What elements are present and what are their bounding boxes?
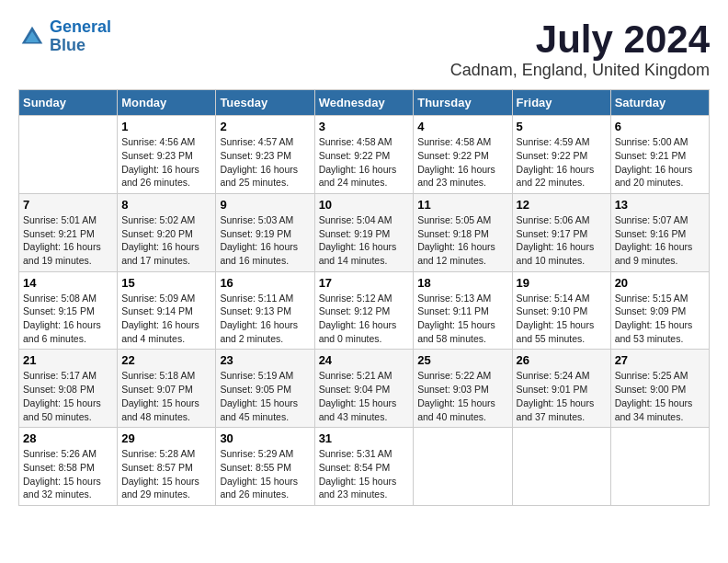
cell-content: Sunrise: 5:12 AMSunset: 9:12 PMDaylight:… xyxy=(319,292,410,346)
page-header: General Blue July 2024 Cadnam, England, … xyxy=(18,18,710,80)
logo-general: General xyxy=(50,17,111,36)
calendar-week-1: 1Sunrise: 4:56 AMSunset: 9:23 PMDaylight… xyxy=(19,116,710,194)
day-number: 12 xyxy=(517,198,607,212)
day-number: 31 xyxy=(319,431,410,445)
calendar-cell: 4Sunrise: 4:58 AMSunset: 9:22 PMDaylight… xyxy=(414,116,512,194)
cell-content: Sunrise: 5:17 AMSunset: 9:08 PMDaylight:… xyxy=(23,369,113,423)
cell-content: Sunrise: 5:13 AMSunset: 9:11 PMDaylight:… xyxy=(417,292,507,346)
calendar-cell: 27Sunrise: 5:25 AMSunset: 9:00 PMDayligh… xyxy=(610,350,709,428)
cell-content: Sunrise: 5:29 AMSunset: 8:55 PMDaylight:… xyxy=(220,447,310,501)
month-title: July 2024 xyxy=(450,18,710,61)
calendar-cell: 19Sunrise: 5:14 AMSunset: 9:10 PMDayligh… xyxy=(512,271,610,350)
day-number: 14 xyxy=(23,276,113,290)
calendar-cell: 26Sunrise: 5:24 AMSunset: 9:01 PMDayligh… xyxy=(512,350,610,428)
calendar-cell xyxy=(610,428,709,506)
day-number: 7 xyxy=(23,198,113,212)
day-number: 10 xyxy=(319,198,410,212)
calendar-week-2: 7Sunrise: 5:01 AMSunset: 9:21 PMDaylight… xyxy=(19,193,710,271)
cell-content: Sunrise: 5:31 AMSunset: 8:54 PMDaylight:… xyxy=(319,447,410,501)
calendar-cell: 30Sunrise: 5:29 AMSunset: 8:55 PMDayligh… xyxy=(216,428,314,506)
day-number: 28 xyxy=(23,431,113,445)
cell-content: Sunrise: 5:24 AMSunset: 9:01 PMDaylight:… xyxy=(517,369,607,423)
day-number: 23 xyxy=(220,353,310,367)
cell-content: Sunrise: 5:04 AMSunset: 9:19 PMDaylight:… xyxy=(319,213,410,268)
cell-content: Sunrise: 5:03 AMSunset: 9:19 PMDaylight:… xyxy=(220,213,310,268)
day-number: 17 xyxy=(319,276,410,290)
day-number: 30 xyxy=(220,431,310,445)
calendar-cell: 29Sunrise: 5:28 AMSunset: 8:57 PMDayligh… xyxy=(118,428,216,506)
cell-content: Sunrise: 5:18 AMSunset: 9:07 PMDaylight:… xyxy=(121,369,211,423)
day-number: 9 xyxy=(220,198,310,212)
calendar-cell: 6Sunrise: 5:00 AMSunset: 9:21 PMDaylight… xyxy=(610,116,709,194)
day-number: 21 xyxy=(23,353,113,367)
day-number: 5 xyxy=(517,120,607,133)
calendar-cell: 11Sunrise: 5:05 AMSunset: 9:18 PMDayligh… xyxy=(414,193,512,271)
calendar-cell: 10Sunrise: 5:04 AMSunset: 9:19 PMDayligh… xyxy=(314,193,414,271)
day-number: 11 xyxy=(417,198,507,212)
title-section: July 2024 Cadnam, England, United Kingdo… xyxy=(450,18,710,80)
calendar-cell: 31Sunrise: 5:31 AMSunset: 8:54 PMDayligh… xyxy=(314,428,414,506)
day-number: 2 xyxy=(220,120,310,133)
cell-content: Sunrise: 5:06 AMSunset: 9:17 PMDaylight:… xyxy=(517,213,607,268)
logo-text: General Blue xyxy=(50,18,111,55)
cell-content: Sunrise: 5:08 AMSunset: 9:15 PMDaylight:… xyxy=(23,292,113,346)
cell-content: Sunrise: 4:56 AMSunset: 9:23 PMDaylight:… xyxy=(121,135,211,190)
logo-blue: Blue xyxy=(50,36,85,54)
calendar-cell: 7Sunrise: 5:01 AMSunset: 9:21 PMDaylight… xyxy=(19,193,118,271)
cell-content: Sunrise: 5:09 AMSunset: 9:14 PMDaylight:… xyxy=(121,292,211,346)
calendar-cell: 8Sunrise: 5:02 AMSunset: 9:20 PMDaylight… xyxy=(118,193,216,271)
calendar-cell: 18Sunrise: 5:13 AMSunset: 9:11 PMDayligh… xyxy=(414,271,512,350)
day-number: 27 xyxy=(615,353,705,367)
day-number: 25 xyxy=(417,353,507,367)
calendar-cell: 2Sunrise: 4:57 AMSunset: 9:23 PMDaylight… xyxy=(216,116,314,194)
day-number: 4 xyxy=(417,120,507,133)
calendar-cell: 15Sunrise: 5:09 AMSunset: 9:14 PMDayligh… xyxy=(118,271,216,350)
calendar-cell: 20Sunrise: 5:15 AMSunset: 9:09 PMDayligh… xyxy=(610,271,709,350)
calendar-cell: 1Sunrise: 4:56 AMSunset: 9:23 PMDaylight… xyxy=(118,116,216,194)
cell-content: Sunrise: 5:15 AMSunset: 9:09 PMDaylight:… xyxy=(615,292,705,346)
cell-content: Sunrise: 5:22 AMSunset: 9:03 PMDaylight:… xyxy=(417,369,507,423)
calendar-cell: 13Sunrise: 5:07 AMSunset: 9:16 PMDayligh… xyxy=(610,193,709,271)
calendar-cell xyxy=(414,428,512,506)
header-sunday: Sunday xyxy=(19,90,118,116)
day-number: 29 xyxy=(121,431,211,445)
day-number: 18 xyxy=(417,276,507,290)
calendar-week-3: 14Sunrise: 5:08 AMSunset: 9:15 PMDayligh… xyxy=(19,271,710,350)
cell-content: Sunrise: 5:19 AMSunset: 9:05 PMDaylight:… xyxy=(220,369,310,423)
calendar-cell: 5Sunrise: 4:59 AMSunset: 9:22 PMDaylight… xyxy=(512,116,610,194)
cell-content: Sunrise: 4:58 AMSunset: 9:22 PMDaylight:… xyxy=(417,135,507,190)
header-saturday: Saturday xyxy=(610,90,709,116)
header-friday: Friday xyxy=(512,90,610,116)
cell-content: Sunrise: 4:58 AMSunset: 9:22 PMDaylight:… xyxy=(319,135,410,190)
calendar-week-4: 21Sunrise: 5:17 AMSunset: 9:08 PMDayligh… xyxy=(19,350,710,428)
day-number: 13 xyxy=(615,198,705,212)
day-number: 3 xyxy=(319,120,410,133)
day-number: 20 xyxy=(615,276,705,290)
cell-content: Sunrise: 5:21 AMSunset: 9:04 PMDaylight:… xyxy=(319,369,410,423)
cell-content: Sunrise: 5:07 AMSunset: 9:16 PMDaylight:… xyxy=(615,213,705,268)
cell-content: Sunrise: 5:00 AMSunset: 9:21 PMDaylight:… xyxy=(615,135,705,190)
calendar-cell: 16Sunrise: 5:11 AMSunset: 9:13 PMDayligh… xyxy=(216,271,314,350)
cell-content: Sunrise: 5:28 AMSunset: 8:57 PMDaylight:… xyxy=(121,447,211,501)
calendar-cell xyxy=(512,428,610,506)
header-wednesday: Wednesday xyxy=(314,90,414,116)
calendar-cell: 12Sunrise: 5:06 AMSunset: 9:17 PMDayligh… xyxy=(512,193,610,271)
day-number: 8 xyxy=(121,198,211,212)
calendar-cell: 28Sunrise: 5:26 AMSunset: 8:58 PMDayligh… xyxy=(19,428,118,506)
header-thursday: Thursday xyxy=(414,90,512,116)
cell-content: Sunrise: 4:59 AMSunset: 9:22 PMDaylight:… xyxy=(517,135,607,190)
cell-content: Sunrise: 5:05 AMSunset: 9:18 PMDaylight:… xyxy=(417,213,507,268)
header-tuesday: Tuesday xyxy=(216,90,314,116)
calendar-cell: 23Sunrise: 5:19 AMSunset: 9:05 PMDayligh… xyxy=(216,350,314,428)
calendar-week-5: 28Sunrise: 5:26 AMSunset: 8:58 PMDayligh… xyxy=(19,428,710,506)
calendar-cell: 21Sunrise: 5:17 AMSunset: 9:08 PMDayligh… xyxy=(19,350,118,428)
cell-content: Sunrise: 5:11 AMSunset: 9:13 PMDaylight:… xyxy=(220,292,310,346)
day-number: 1 xyxy=(121,120,211,133)
cell-content: Sunrise: 5:01 AMSunset: 9:21 PMDaylight:… xyxy=(23,213,113,268)
day-number: 15 xyxy=(121,276,211,290)
calendar-cell: 14Sunrise: 5:08 AMSunset: 9:15 PMDayligh… xyxy=(19,271,118,350)
day-number: 24 xyxy=(319,353,410,367)
day-number: 19 xyxy=(517,276,607,290)
day-number: 6 xyxy=(615,120,705,133)
cell-content: Sunrise: 5:26 AMSunset: 8:58 PMDaylight:… xyxy=(23,447,113,501)
